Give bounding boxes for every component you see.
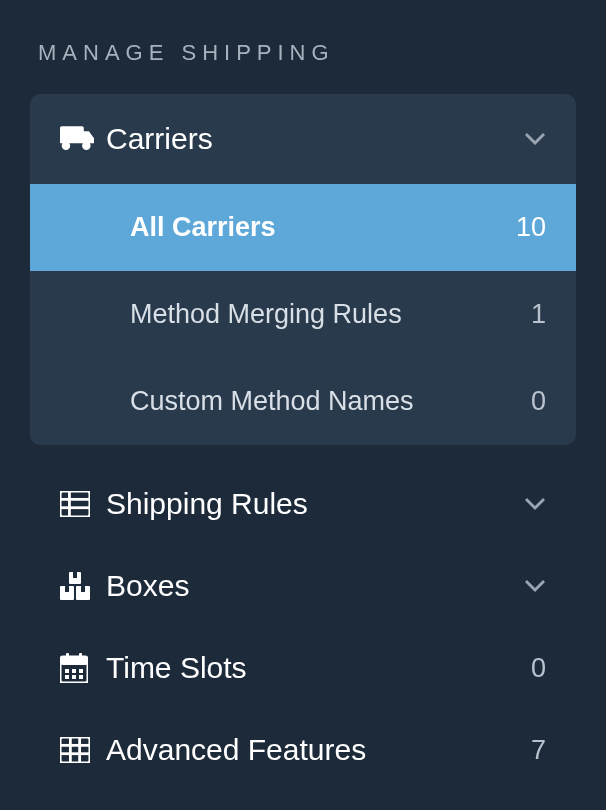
svg-rect-18 [72, 675, 76, 679]
svg-rect-19 [79, 675, 83, 679]
svg-rect-13 [79, 653, 82, 660]
svg-rect-17 [65, 675, 69, 679]
truck-icon [60, 126, 106, 152]
svg-rect-11 [60, 657, 88, 665]
nav-custom-method-label: Custom Method Names [130, 386, 516, 417]
nav-method-merging[interactable]: Method Merging Rules 1 [30, 271, 576, 358]
nav-carriers[interactable]: Carriers [30, 94, 576, 184]
nav-advanced-features[interactable]: Advanced Features 7 [30, 709, 576, 791]
list-icon [60, 491, 106, 517]
nav-carriers-label: Carriers [106, 122, 518, 156]
svg-rect-14 [65, 669, 69, 673]
chevron-down-icon [518, 497, 546, 511]
nav-time-slots-count: 0 [516, 653, 546, 684]
grid-icon [60, 737, 106, 763]
svg-rect-20 [60, 737, 90, 763]
menu-list: Shipping Rules Boxes [30, 463, 576, 791]
calendar-icon [60, 653, 106, 683]
nav-boxes[interactable]: Boxes [30, 545, 576, 627]
svg-rect-12 [66, 653, 69, 660]
nav-method-merging-label: Method Merging Rules [130, 299, 516, 330]
svg-rect-7 [65, 586, 69, 592]
nav-all-carriers-label: All Carriers [130, 212, 516, 243]
svg-rect-5 [73, 572, 77, 578]
nav-time-slots[interactable]: Time Slots 0 [30, 627, 576, 709]
svg-rect-9 [81, 586, 85, 592]
nav-advanced-features-count: 7 [516, 735, 546, 766]
nav-all-carriers-count: 10 [516, 212, 546, 243]
nav-time-slots-label: Time Slots [106, 651, 516, 685]
nav-custom-method-count: 0 [516, 386, 546, 417]
boxes-icon [60, 572, 106, 600]
nav-all-carriers[interactable]: All Carriers 10 [30, 184, 576, 271]
svg-rect-0 [60, 491, 90, 517]
nav-advanced-features-label: Advanced Features [106, 733, 516, 767]
nav-shipping-rules-label: Shipping Rules [106, 487, 518, 521]
carriers-group: Carriers All Carriers 10 Method Merging … [30, 94, 576, 445]
section-title: MANAGE SHIPPING [30, 40, 576, 66]
nav-method-merging-count: 1 [516, 299, 546, 330]
svg-rect-16 [79, 669, 83, 673]
chevron-down-icon [518, 579, 546, 593]
nav-custom-method-names[interactable]: Custom Method Names 0 [30, 358, 576, 445]
svg-rect-15 [72, 669, 76, 673]
chevron-down-icon [518, 132, 546, 146]
nav-shipping-rules[interactable]: Shipping Rules [30, 463, 576, 545]
nav-boxes-label: Boxes [106, 569, 518, 603]
